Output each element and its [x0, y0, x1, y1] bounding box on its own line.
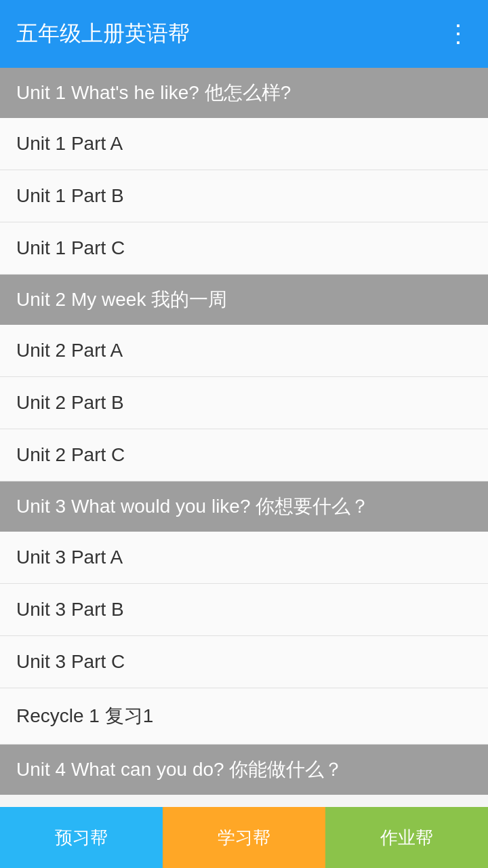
content-list: Unit 1 What's he like? 他怎么样?Unit 1 Part … — [0, 68, 488, 807]
app-header: 五年级上册英语帮 ⋮ — [0, 0, 488, 68]
list-item[interactable]: Unit 1 Part B — [0, 170, 488, 222]
list-item[interactable]: Recycle 1 复习1 — [0, 688, 488, 745]
list-item[interactable]: Unit 2 Part A — [0, 325, 488, 377]
section-header: Unit 3 What would you like? 你想要什么？ — [0, 481, 488, 532]
list-item[interactable]: Unit 3 Part C — [0, 636, 488, 688]
app-title: 五年级上册英语帮 — [16, 19, 190, 49]
section-header: Unit 4 What can you do? 你能做什么？ — [0, 745, 488, 795]
list-item[interactable]: Unit 1 Part C — [0, 222, 488, 275]
list-item[interactable]: Unit 3 Part B — [0, 584, 488, 636]
list-item[interactable]: Unit 2 Part C — [0, 429, 488, 481]
list-item[interactable]: Unit 3 Part A — [0, 532, 488, 584]
bottom-nav-preview[interactable]: 预习帮 — [0, 807, 163, 868]
more-options-icon[interactable]: ⋮ — [446, 22, 472, 46]
section-header: Unit 2 My week 我的一周 — [0, 275, 488, 325]
section-header: Unit 1 What's he like? 他怎么样? — [0, 68, 488, 118]
bottom-nav-homework[interactable]: 作业帮 — [325, 807, 488, 868]
list-item[interactable]: Unit 1 Part A — [0, 118, 488, 170]
bottom-navigation: 预习帮 学习帮 作业帮 — [0, 807, 488, 868]
bottom-nav-study[interactable]: 学习帮 — [163, 807, 325, 868]
list-item[interactable]: Unit 2 Part B — [0, 377, 488, 429]
